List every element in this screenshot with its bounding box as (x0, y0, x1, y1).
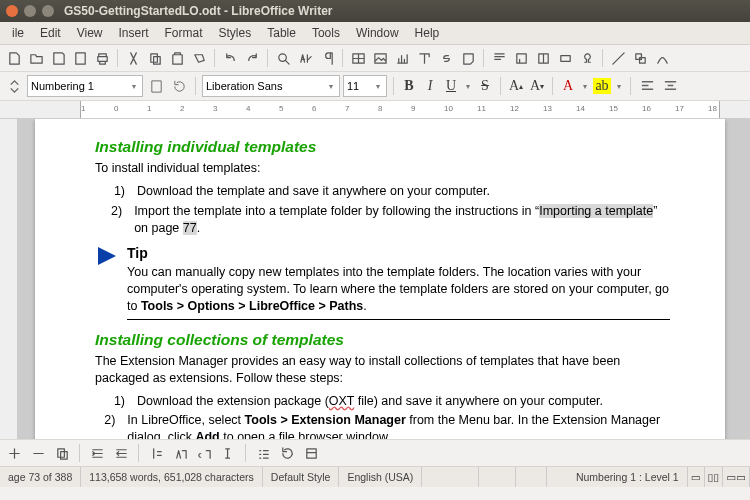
field-icon[interactable] (555, 48, 575, 68)
view-multi-icon[interactable]: ▯▯ (705, 467, 724, 487)
indent--icon[interactable] (111, 443, 131, 463)
underline-button[interactable]: U (442, 76, 460, 96)
numa-icon[interactable] (194, 443, 214, 463)
menu-window[interactable]: Window (348, 24, 407, 42)
spell-icon[interactable] (295, 48, 315, 68)
print-icon[interactable] (92, 48, 112, 68)
line-icon[interactable] (608, 48, 628, 68)
menu-tools[interactable]: Tools (304, 24, 348, 42)
paragraph: To install individual templates: (95, 160, 670, 177)
numI-icon[interactable] (218, 443, 238, 463)
clone-icon[interactable] (189, 48, 209, 68)
dup-icon[interactable] (52, 443, 72, 463)
ordered-list: 1)Download the template and save it anyw… (95, 183, 670, 237)
note-icon[interactable] (458, 48, 478, 68)
menu-ile[interactable]: ile (4, 24, 32, 42)
font-size-combo[interactable]: ▾ (343, 75, 387, 97)
endnote-icon[interactable] (511, 48, 531, 68)
status-page[interactable]: age 73 of 388 (0, 467, 81, 487)
menu-edit[interactable]: Edit (32, 24, 69, 42)
menu-format[interactable]: Format (157, 24, 211, 42)
num1-icon[interactable] (146, 443, 166, 463)
horizontal-ruler[interactable]: 10123456789101112131415161718 (0, 101, 750, 119)
align-center-icon[interactable] (660, 76, 680, 96)
bold-button[interactable]: B (400, 76, 418, 96)
maximize-icon[interactable] (42, 5, 54, 17)
save-icon[interactable] (48, 48, 68, 68)
list-text: Download the template and save it anywhe… (137, 183, 490, 200)
separator (138, 444, 139, 462)
shapes-icon[interactable] (630, 48, 650, 68)
pdf-icon[interactable] (70, 48, 90, 68)
subscript-button[interactable]: A▾ (528, 76, 546, 96)
chevron-down-icon[interactable]: ▾ (580, 82, 590, 91)
new-icon[interactable] (4, 48, 24, 68)
menu-insert[interactable]: Insert (111, 24, 157, 42)
undo-icon[interactable] (220, 48, 240, 68)
image-icon[interactable] (370, 48, 390, 68)
status-style[interactable]: Default Style (263, 467, 340, 487)
link-icon[interactable] (436, 48, 456, 68)
align-left-icon[interactable] (637, 76, 657, 96)
cut-icon[interactable] (123, 48, 143, 68)
status-selection-mode[interactable] (479, 467, 516, 487)
copy-icon[interactable] (145, 48, 165, 68)
chevron-down-icon[interactable]: ▾ (373, 82, 383, 91)
restart-icon[interactable] (277, 443, 297, 463)
status-wordcount[interactable]: 113,658 words, 651,028 characters (81, 467, 263, 487)
pilcrow-icon[interactable] (317, 48, 337, 68)
status-signature-icon[interactable] (516, 467, 547, 487)
paragraph-style-combo[interactable]: ▾ (27, 75, 143, 97)
omega-icon[interactable] (577, 48, 597, 68)
list-text: In LibreOffice, select Tools > Extension… (127, 412, 670, 439)
window-title: GS50-GettingStartedLO.odt - LibreOffice … (64, 4, 332, 18)
heading: Installing individual templates (95, 137, 670, 158)
style-up-down-icon[interactable] (4, 76, 24, 96)
status-numbering-context[interactable]: Numbering 1 : Level 1 (568, 467, 688, 487)
menu-styles[interactable]: Styles (211, 24, 260, 42)
page[interactable]: Installing individual templates To insta… (35, 119, 725, 439)
close-icon[interactable] (6, 5, 18, 17)
chevron-down-icon[interactable]: ▾ (129, 82, 139, 91)
chevron-down-icon[interactable]: ▾ (326, 82, 336, 91)
new-style-icon[interactable] (146, 76, 166, 96)
chevron-down-icon[interactable]: ▾ (614, 82, 624, 91)
font-name-input[interactable] (206, 80, 326, 92)
bullets-icon[interactable] (253, 443, 273, 463)
font-color-button[interactable]: A (559, 76, 577, 96)
text-icon[interactable] (414, 48, 434, 68)
italic-button[interactable]: I (421, 76, 439, 96)
chevron-down-icon[interactable]: ▾ (463, 82, 473, 91)
menu-help[interactable]: Help (407, 24, 448, 42)
chart-icon[interactable] (392, 48, 412, 68)
highlight-button[interactable]: ab (593, 76, 611, 96)
strike-button[interactable]: S (476, 76, 494, 96)
paragraph-style-input[interactable] (31, 80, 129, 92)
hdr-icon[interactable] (489, 48, 509, 68)
view-book-icon[interactable]: ▭▭ (723, 467, 750, 487)
numA-icon[interactable] (170, 443, 190, 463)
open-icon[interactable] (26, 48, 46, 68)
status-insert-mode[interactable] (422, 467, 479, 487)
update-style-icon[interactable] (169, 76, 189, 96)
draw-icon[interactable] (652, 48, 672, 68)
view-single-icon[interactable]: ▭ (688, 467, 705, 487)
paste-icon[interactable] (167, 48, 187, 68)
minimize-icon[interactable] (24, 5, 36, 17)
font-size-input[interactable] (347, 80, 373, 92)
menu-table[interactable]: Table (259, 24, 304, 42)
font-name-combo[interactable]: ▾ (202, 75, 340, 97)
indent+-icon[interactable] (87, 443, 107, 463)
table-icon[interactable] (348, 48, 368, 68)
menu-view[interactable]: View (69, 24, 111, 42)
redo-icon[interactable] (242, 48, 262, 68)
props-icon[interactable] (301, 443, 321, 463)
tip-body: You can manually copy new templates into… (127, 264, 670, 315)
find-icon[interactable] (273, 48, 293, 68)
add-icon[interactable] (4, 443, 24, 463)
book-icon[interactable] (533, 48, 553, 68)
delete-icon[interactable] (28, 443, 48, 463)
superscript-button[interactable]: A▴ (507, 76, 525, 96)
vertical-ruler[interactable] (0, 119, 18, 439)
status-language[interactable]: English (USA) (339, 467, 422, 487)
